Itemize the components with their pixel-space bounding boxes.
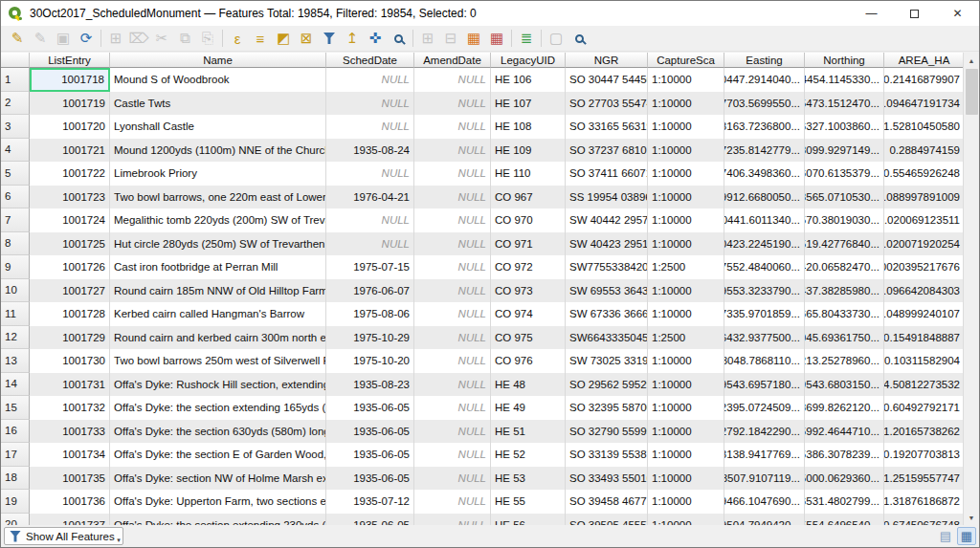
row-number[interactable]: 20 <box>1 514 30 526</box>
row-number[interactable]: 5 <box>1 162 30 186</box>
conditional-formatting-icon[interactable]: ▦ <box>485 28 508 50</box>
cell-capturesca[interactable]: 1:10000 <box>648 373 724 397</box>
cell-easting[interactable]: 327703.5699550... <box>724 92 805 116</box>
cell-capturesca[interactable]: 1:10000 <box>648 279 724 303</box>
column-header-name[interactable]: Name <box>110 53 326 68</box>
cell-scheddate[interactable]: 1976-06-07 <box>326 279 414 303</box>
cell-ngr[interactable]: SO 33493 55016 <box>566 467 648 491</box>
cell-area_ha[interactable]: 1.25159557747 <box>884 467 963 491</box>
cell-name[interactable]: Kerbed cairn called Hangman's Barrow <box>110 302 326 326</box>
vertical-scrollbar[interactable]: ▲ ▼ <box>963 53 979 525</box>
cell-easting[interactable]: 166432.9377500... <box>724 326 805 350</box>
cell-capturesca[interactable]: 1:10000 <box>648 92 724 116</box>
column-header-ngr[interactable]: NGR <box>566 53 648 68</box>
cell-area_ha[interactable]: 0.10311582904 <box>884 349 963 373</box>
cell-listentry[interactable]: 1001737 <box>30 514 110 526</box>
row-number[interactable]: 3 <box>1 115 30 139</box>
select-by-expression-icon[interactable]: ε <box>226 28 249 50</box>
cell-name[interactable]: Megalithic tomb 220yds (200m) SW of Trev… <box>110 208 326 232</box>
column-header-legacyuid[interactable]: LegacyUID <box>491 53 566 68</box>
cell-area_ha[interactable]: 0.21416879907 <box>884 68 963 92</box>
cell-area_ha[interactable]: 0.15491848887 <box>884 326 963 350</box>
cell-listentry[interactable]: 1001728 <box>30 302 110 326</box>
cell-ngr[interactable]: SO 33165 56319 <box>566 115 648 139</box>
cell-easting[interactable]: 339504.7949420... <box>724 514 805 526</box>
cell-easting[interactable]: 219912.6680050... <box>724 186 805 209</box>
cell-ngr[interactable]: SO 33139 55387 <box>566 443 648 467</box>
row-number[interactable]: 15 <box>1 396 30 420</box>
cell-amenddate[interactable]: NULL <box>414 186 491 209</box>
cell-ngr[interactable]: SO 32395 58700 <box>566 396 648 420</box>
deselect-all-icon[interactable]: ⊠ <box>295 28 318 50</box>
cell-capturesca[interactable]: 1:10000 <box>648 467 724 491</box>
scroll-up-icon[interactable]: ▲ <box>964 53 980 68</box>
cell-legacyuid[interactable]: CO 974 <box>491 302 566 326</box>
row-number[interactable]: 4 <box>1 139 30 163</box>
cell-scheddate[interactable]: 1935-06-05 <box>326 443 414 467</box>
cell-capturesca[interactable]: 1:10000 <box>648 396 724 420</box>
cell-northing[interactable]: 256327.1003860... <box>805 115 884 139</box>
row-number[interactable]: 16 <box>1 420 30 444</box>
cell-legacyuid[interactable]: CO 972 <box>491 255 566 279</box>
row-number[interactable]: 6 <box>1 186 30 209</box>
cell-capturesca[interactable]: 1:2500 <box>648 326 724 350</box>
cell-easting[interactable]: 337235.8142779... <box>724 139 805 163</box>
cell-name[interactable]: Round cairn 185m NNW of Old Hilltop Farm <box>110 279 326 303</box>
cell-northing[interactable]: 266070.6135379... <box>805 162 884 186</box>
cell-easting[interactable]: 330447.2914040... <box>724 68 805 92</box>
cell-easting[interactable]: 140423.2245190... <box>724 232 805 256</box>
scrollbar-track[interactable] <box>964 68 980 510</box>
cell-easting[interactable]: 332792.1842290... <box>724 420 805 444</box>
pan-to-selection-icon[interactable]: ✜ <box>364 28 387 50</box>
cell-capturesca[interactable]: 1:10000 <box>648 162 724 186</box>
cell-name[interactable]: Lyonshall Castle <box>110 115 326 139</box>
cell-scheddate[interactable]: NULL <box>326 115 414 139</box>
cell-legacyuid[interactable]: HE 51 <box>491 420 566 444</box>
cell-ngr[interactable]: SW 40423 29519 <box>566 232 648 256</box>
move-selection-to-top-icon[interactable]: ↥ <box>341 28 364 50</box>
cell-legacyuid[interactable]: HE 52 <box>491 443 566 467</box>
cell-area_ha[interactable]: 0.088997891009 <box>884 186 963 209</box>
cell-amenddate[interactable]: NULL <box>414 373 491 397</box>
cell-legacyuid[interactable]: CO 971 <box>491 232 566 256</box>
cell-ngr[interactable]: SO 27703 55474 <box>566 92 648 116</box>
dock-attribute-table-icon[interactable]: ≣ <box>515 28 538 50</box>
cell-ngr[interactable]: SO 39505 45557 <box>566 514 648 526</box>
row-number[interactable]: 14 <box>1 373 30 397</box>
cell-area_ha[interactable]: 0.094647191734 <box>884 92 963 116</box>
cell-name[interactable]: Two bowl barrows, one 220m east of Lower… <box>110 186 326 209</box>
cell-name[interactable]: Offa's Dyke: the section E of Garden Woo… <box>110 443 326 467</box>
cell-name[interactable]: Hut circle 280yds (250m) SW of Trevarthe… <box>110 232 326 256</box>
cell-listentry[interactable]: 1001719 <box>30 92 110 116</box>
cell-area_ha[interactable]: 0.096642084303 <box>884 279 963 303</box>
cell-listentry[interactable]: 1001732 <box>30 396 110 420</box>
filter-select-form-icon[interactable] <box>318 28 341 50</box>
cell-name[interactable]: Mound 1200yds (1100m) NNE of the Church <box>110 139 326 163</box>
cell-listentry[interactable]: 1001723 <box>30 186 110 209</box>
cell-area_ha[interactable]: 0.60492792171 <box>884 396 963 420</box>
cell-amenddate[interactable]: NULL <box>414 514 491 526</box>
cell-amenddate[interactable]: NULL <box>414 443 491 467</box>
cell-amenddate[interactable]: NULL <box>414 420 491 444</box>
cell-easting[interactable]: 333163.7236800... <box>724 115 805 139</box>
cell-scheddate[interactable]: 1975-10-29 <box>326 326 414 350</box>
cell-easting[interactable]: 339466.1047690... <box>724 490 805 514</box>
cell-ngr[interactable]: SO 37411 66071 <box>566 162 648 186</box>
cell-scheddate[interactable]: 1935-06-05 <box>326 396 414 420</box>
zoom-settings-icon[interactable] <box>568 28 590 50</box>
cell-name[interactable]: Offa's Dyke: the section extending 230yd… <box>110 514 326 526</box>
cell-scheddate[interactable]: 1935-08-23 <box>326 373 414 397</box>
maximize-button[interactable] <box>893 1 936 26</box>
column-header-capturesca[interactable]: CaptureSca <box>648 53 724 68</box>
cell-amenddate[interactable]: NULL <box>414 115 491 139</box>
row-number[interactable]: 10 <box>1 279 30 303</box>
minimize-button[interactable]: — <box>850 1 893 26</box>
cell-legacyuid[interactable]: HE 48 <box>491 373 566 397</box>
cell-scheddate[interactable]: 1975-10-20 <box>326 349 414 373</box>
cell-amenddate[interactable]: NULL <box>414 326 491 350</box>
cell-name[interactable]: Round cairn and kerbed cairn 300m north … <box>110 326 326 350</box>
cell-capturesca[interactable]: 1:10000 <box>648 514 724 526</box>
cell-listentry[interactable]: 1001720 <box>30 115 110 139</box>
cell-area_ha[interactable]: 1.31876186872 <box>884 490 963 514</box>
cell-amenddate[interactable]: NULL <box>414 302 491 326</box>
